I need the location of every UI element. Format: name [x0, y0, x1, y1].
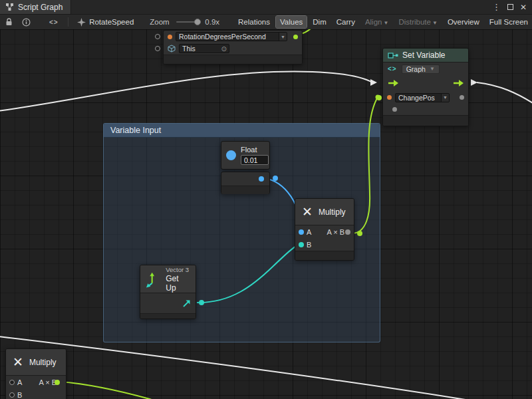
flow-wire-arrowhead [370, 79, 377, 86]
get-up-header[interactable]: Vector 3 Get Up [140, 265, 196, 293]
input-port[interactable] [155, 34, 160, 39]
get-up-port-row [140, 293, 196, 313]
zoom-slider-handle[interactable] [194, 19, 201, 25]
float-type-port-icon [168, 35, 172, 39]
port-b-label: B [17, 391, 22, 399]
input-port-a[interactable] [299, 229, 304, 235]
float-node-body[interactable] [221, 172, 270, 194]
multiply-header[interactable]: ✕ Multiply [295, 199, 354, 225]
value-wire-bottom-multiply-output [61, 382, 172, 399]
port-a-label: A [307, 228, 311, 236]
node-row-target: This ⊙ [164, 43, 302, 55]
output-port[interactable] [345, 229, 350, 235]
node-footer [164, 55, 302, 64]
flow-wire-out-of-set-variable [477, 82, 532, 105]
gameobject-cube-icon [168, 45, 176, 53]
output-port[interactable] [460, 95, 464, 100]
input-port-b[interactable] [299, 242, 304, 247]
input-port[interactable] [392, 107, 397, 112]
toolbar-button-values[interactable]: Values [276, 16, 307, 28]
edit-graph-icon[interactable]: <> [49, 19, 59, 26]
vector3-output-icon[interactable] [182, 299, 191, 308]
dropdown-caret-icon: ▼ [430, 66, 435, 72]
port-b-label: B [307, 241, 311, 249]
tab-script-graph[interactable]: Script Graph [0, 0, 71, 14]
titlebar-spacer [71, 0, 492, 14]
flow-wire-bottom [0, 336, 502, 399]
node-row-a: A A × B [6, 376, 66, 388]
port-a-label: A [17, 378, 22, 386]
group-header[interactable]: Variable Input [104, 124, 380, 138]
script-graph-icon [5, 3, 14, 11]
node-row-b: B [6, 388, 66, 399]
multiply-header[interactable]: ✕ Multiply [6, 349, 66, 376]
graph-scope-icon: <> [388, 65, 397, 72]
graph-canvas[interactable]: Variable Input [0, 29, 532, 399]
close-icon[interactable]: ✕ [520, 3, 527, 11]
toolbar-button-relations[interactable]: Relations [234, 16, 274, 28]
node-row-variable: RotationDegreesPerSecond ▼ [164, 31, 302, 43]
float-type-port-icon [387, 95, 392, 100]
graph-pointer-label[interactable]: RotateSpeed [89, 18, 134, 26]
toolbar-button-fullscreen[interactable]: Full Screen [485, 16, 532, 28]
toolbar-button-overview[interactable]: Overview [444, 16, 483, 28]
float-node[interactable]: Float 0.01 [221, 141, 270, 170]
get-up-node[interactable]: Vector 3 Get Up [140, 265, 196, 319]
input-port-b[interactable] [9, 392, 15, 398]
zoom-label: Zoom [150, 18, 169, 26]
float-type-icon [226, 150, 236, 160]
set-variable-subrow: <> Graph ▼ [383, 63, 468, 75]
variable-icon [388, 51, 398, 59]
group-title: Variable Input [110, 126, 161, 135]
variable-dropdown[interactable]: RotationDegreesPerSecond ▼ [176, 32, 287, 41]
node-footer [383, 115, 468, 126]
window-menu-icon[interactable]: ⋮ [492, 3, 501, 11]
output-port-connected[interactable] [55, 380, 60, 385]
toolbar-button-dim[interactable]: Dim [309, 16, 330, 28]
node-row-b: B [295, 238, 354, 251]
multiply-node-bottom[interactable]: ✕ Multiply A A × B B [5, 348, 66, 399]
lock-icon[interactable] [5, 18, 13, 26]
zoom-value: 0.9x [205, 18, 219, 26]
zoom-slider[interactable] [176, 21, 200, 23]
target-object-field[interactable]: This ⊙ [179, 44, 229, 53]
scope-dropdown[interactable]: Graph ▼ [402, 65, 440, 74]
node-footer [140, 313, 196, 319]
toolbar-button-align[interactable]: Align▼ [361, 16, 393, 28]
variable-dropdown[interactable]: ChangePos ▼ [395, 93, 450, 102]
multiply-title: Multiply [319, 207, 346, 217]
output-label: A × B [327, 228, 344, 236]
toolbar-button-distribute[interactable]: Distribute▼ [394, 16, 442, 28]
toolbar-button-carry[interactable]: Carry [332, 16, 359, 28]
set-variable-node[interactable]: Set Variable <> Graph ▼ [382, 48, 469, 126]
flow-ports-row [383, 75, 468, 91]
node-footer [295, 251, 354, 260]
node-row-variable: ChangePos ▼ [383, 91, 468, 104]
set-variable-header[interactable]: Set Variable [383, 49, 468, 63]
flow-in-arrow-icon[interactable] [388, 79, 398, 87]
object-picker-icon[interactable]: ⊙ [221, 45, 229, 53]
float-port-row [221, 172, 269, 186]
dropdown-caret-icon: ▼ [432, 20, 438, 26]
output-port-connected[interactable] [293, 35, 298, 39]
node-footer [221, 186, 269, 194]
value-input-port-connected[interactable] [376, 95, 382, 100]
node-row-a: A A × B [295, 225, 354, 238]
output-label: A × B [39, 378, 57, 386]
rotation-variable-node[interactable]: RotationDegreesPerSecond ▼ This ⊙ [163, 30, 303, 65]
input-port[interactable] [155, 46, 160, 51]
maximize-icon[interactable] [507, 4, 513, 10]
flow-out-arrow-icon[interactable] [453, 79, 464, 87]
info-icon[interactable] [22, 18, 31, 27]
graph-pointer-icon [77, 18, 86, 27]
input-port-a[interactable] [9, 380, 15, 385]
title-bar: Script Graph ⋮ ✕ [0, 0, 532, 15]
dropdown-caret-icon: ▼ [383, 20, 388, 26]
multiply-icon: ✕ [13, 356, 23, 368]
get-up-title: Get Up [166, 274, 190, 293]
float-output-port[interactable] [259, 176, 264, 182]
graph-toolbar: <> RotateSpeed Zoom 0.9x Relations Value… [0, 15, 532, 30]
multiply-node[interactable]: ✕ Multiply A A × B B [295, 198, 354, 261]
flow-wire-arrowhead [471, 79, 477, 86]
float-value-input[interactable]: 0.01 [241, 155, 269, 165]
